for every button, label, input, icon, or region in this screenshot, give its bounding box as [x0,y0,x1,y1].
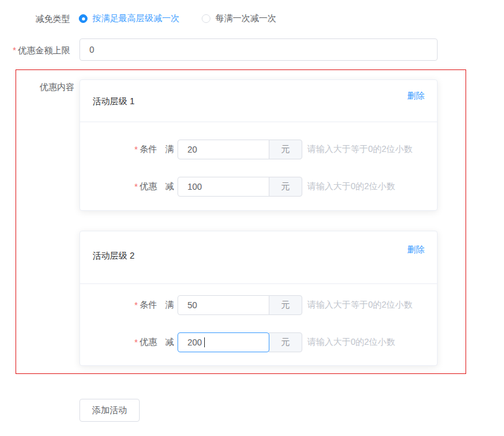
required-asterisk: * [135,337,138,347]
discount-label: * 优惠 减 [80,337,178,348]
yuan-unit-suffix: 元 [269,332,302,352]
tier-1-condition-input[interactable] [178,140,269,159]
promotion-form-page: 减免类型 按满足最高层级减一次 每满一次减一次 *优惠金额上限 优惠内容 活动层… [0,0,504,436]
reduction-type-label: 减免类型 [0,14,70,24]
required-asterisk: * [13,45,16,55]
max-discount-label: *优惠金额上限 [0,45,70,55]
add-activity-button[interactable]: 添加活动 [79,399,140,422]
tier-2-condition-input[interactable] [178,295,269,315]
tier-2-discount-input-focused[interactable] [178,332,269,352]
max-discount-input[interactable] [79,38,438,61]
discount-connector: 减 [165,337,174,348]
radio-unselected-icon [202,14,210,23]
tier-1-discount-input[interactable] [178,177,269,197]
condition-label: * 条件 满 [80,300,178,311]
discount-content-label: 优惠内容 [0,81,74,93]
required-asterisk: * [135,300,138,310]
discount-input-group: 元 [178,177,302,197]
condition-input-group: 元 [178,140,302,159]
tier-card-2: 活动层级 2 删除 * 条件 满 元 请输入大于等于0的2位小数 * 优惠 减 [79,231,438,366]
condition-connector: 满 [165,300,174,311]
radio-highest-tier-once[interactable]: 按满足最高层级减一次 [79,13,179,24]
required-asterisk: * [135,182,138,192]
text-caret [204,337,205,347]
yuan-unit-suffix: 元 [269,140,302,159]
radio-label: 按满足最高层级减一次 [92,13,179,24]
discount-input-group: 元 [178,332,302,352]
tier-1-condition-row: * 条件 满 元 请输入大于等于0的2位小数 [80,140,437,159]
condition-hint: 请输入大于等于0的2位小数 [307,144,413,155]
tier-1-title: 活动层级 1 [92,96,135,107]
condition-label: * 条件 满 [80,144,178,155]
tier-1-header: 活动层级 1 删除 [80,80,437,122]
tier-2-discount-row: * 优惠 减 元 请输入大于0的2位小数 [80,332,437,352]
condition-connector: 满 [165,144,174,155]
radio-label: 每满一次减一次 [215,13,276,24]
tier-2-title: 活动层级 2 [92,251,135,262]
tier-1-delete-link[interactable]: 删除 [407,91,425,102]
condition-input-group: 元 [178,295,302,315]
reduction-type-radio-group: 按满足最高层级减一次 每满一次减一次 [79,13,276,24]
discount-hint: 请输入大于0的2位小数 [307,181,395,192]
radio-selected-icon [79,14,88,23]
tier-2-header: 活动层级 2 删除 [80,231,437,284]
tier-2-delete-link[interactable]: 删除 [407,244,425,256]
yuan-unit-suffix: 元 [269,177,302,197]
tier-card-1: 活动层级 1 删除 * 条件 满 元 请输入大于等于0的2位小数 * 优惠 减 [79,79,438,211]
discount-hint: 请输入大于0的2位小数 [307,337,395,348]
required-asterisk: * [135,145,138,154]
discount-connector: 减 [165,181,174,192]
yuan-unit-suffix: 元 [269,295,302,315]
tier-2-condition-row: * 条件 满 元 请输入大于等于0的2位小数 [80,295,437,315]
discount-label: * 优惠 减 [80,181,178,192]
tier-1-discount-row: * 优惠 减 元 请输入大于0的2位小数 [80,177,437,197]
radio-every-threshold[interactable]: 每满一次减一次 [202,13,276,24]
condition-hint: 请输入大于等于0的2位小数 [307,300,413,311]
